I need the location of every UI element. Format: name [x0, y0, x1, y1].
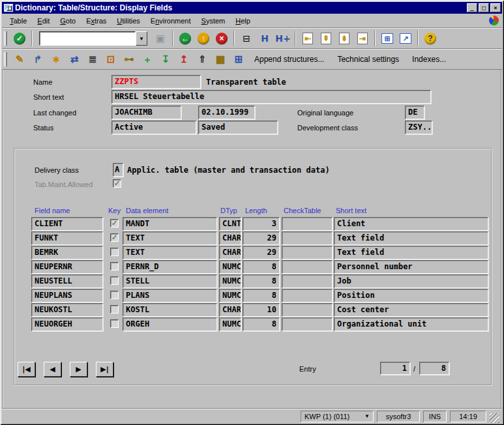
previous-entry-button[interactable]: ◀	[44, 362, 61, 377]
command-dropdown-icon[interactable]: ▼	[136, 31, 147, 46]
dtyp-cell[interactable]: NUMC	[219, 317, 241, 331]
check-table-cell[interactable]	[282, 274, 333, 288]
data-element-cell[interactable]: STELL	[123, 274, 217, 288]
new-session-button[interactable]: ⊞	[379, 30, 396, 47]
menu-item[interactable]: Help	[230, 15, 256, 27]
field-name-cell[interactable]: CLIENT	[31, 217, 103, 231]
key-checkbox[interactable]	[110, 291, 119, 299]
table-grid-button[interactable]: ⊞	[230, 51, 247, 68]
next-entry-button[interactable]: ▶	[70, 362, 87, 377]
find-next-button[interactable]: H+	[274, 30, 291, 47]
dtyp-cell[interactable]: NUMC	[219, 274, 241, 288]
check-table-cell[interactable]	[282, 231, 333, 245]
entry-current-field[interactable]: 1	[380, 362, 410, 375]
check-table-cell[interactable]	[282, 217, 333, 231]
development-class-field[interactable]: ZSY..	[405, 121, 432, 134]
key-checkbox[interactable]	[110, 248, 119, 256]
short-text-cell[interactable]: Personnel number	[334, 260, 488, 274]
check-table-cell[interactable]	[282, 246, 333, 259]
key-checkbox[interactable]	[110, 219, 119, 227]
data-element-cell[interactable]: MANDT	[123, 217, 217, 231]
layers-button[interactable]: ≣	[84, 51, 101, 68]
length-cell[interactable]: 8	[243, 260, 280, 274]
length-cell[interactable]: 8	[243, 274, 280, 288]
last-page-button[interactable]: ⇥	[354, 30, 371, 47]
data-element-cell[interactable]: KOSTL	[123, 303, 217, 317]
key-checkbox[interactable]	[110, 262, 119, 271]
status-field-1[interactable]: Active	[111, 121, 196, 134]
find-button[interactable]: H	[256, 30, 273, 47]
display-change-button[interactable]: ✎	[11, 51, 28, 68]
short-text-cell[interactable]: Client	[334, 217, 488, 231]
field-name-cell[interactable]: BEMRK	[31, 246, 103, 259]
field-name-cell[interactable]: NEUORGEH	[31, 317, 103, 331]
toolbar-drag-handle[interactable]	[4, 52, 7, 66]
length-cell[interactable]: 10	[243, 303, 280, 317]
length-cell[interactable]: 3	[243, 217, 280, 231]
indexes-button[interactable]: Indexes...	[412, 55, 446, 64]
menu-item[interactable]: Utilities	[111, 15, 145, 27]
check-table-cell[interactable]	[282, 317, 333, 331]
check-table-cell[interactable]	[282, 289, 333, 302]
delete-row-button[interactable]: ↥	[175, 51, 192, 68]
menu-item[interactable]: Edit	[32, 15, 55, 27]
help-button[interactable]: ?	[422, 30, 439, 47]
data-element-cell[interactable]: PERNR_D	[123, 260, 217, 274]
field-name-cell[interactable]: NEUPLANS	[31, 289, 103, 302]
short-text-cell[interactable]: Text field	[334, 246, 488, 259]
tab-maint-allowed-checkbox[interactable]	[113, 179, 121, 188]
system-dropdown-icon[interactable]: ▼	[364, 413, 370, 419]
short-text-field[interactable]: HRSEL Steuertabelle	[111, 90, 431, 104]
print-button[interactable]: ⊟	[238, 30, 255, 47]
cancel-button[interactable]: ×	[213, 30, 230, 47]
copy-rows-button[interactable]: ⇑	[194, 51, 211, 68]
dtyp-cell[interactable]: NUMC	[219, 260, 241, 274]
move-field-button[interactable]: ⇄	[66, 51, 83, 68]
technical-settings-button[interactable]: Technical settings	[337, 55, 399, 64]
data-element-cell[interactable]: TEXT	[123, 231, 217, 245]
activate-button[interactable]: ∗	[48, 51, 65, 68]
short-text-cell[interactable]: Organizational unit	[334, 317, 488, 331]
length-cell[interactable]: 8	[243, 317, 280, 331]
dtyp-cell[interactable]: CHAR	[219, 303, 241, 317]
save-button[interactable]: ▣	[152, 30, 169, 47]
data-element-cell[interactable]: ORGEH	[123, 317, 217, 331]
menu-item[interactable]: Environment	[145, 15, 196, 27]
append-structures-button[interactable]: Append structures...	[254, 55, 324, 64]
append-rows-button[interactable]: +	[139, 51, 156, 68]
key-checkbox[interactable]	[110, 319, 119, 328]
entry-total-field[interactable]: 8	[419, 362, 449, 375]
select-blocks-button[interactable]: ▦	[212, 51, 229, 68]
page-up-button[interactable]: ⇞	[318, 30, 334, 47]
key-checkbox[interactable]	[110, 233, 119, 242]
short-text-cell[interactable]: Position	[334, 289, 488, 302]
length-cell[interactable]: 29	[243, 246, 280, 259]
dtyp-cell[interactable]: NUMC	[219, 289, 241, 302]
data-element-cell[interactable]: PLANS	[123, 289, 217, 302]
field-name-cell[interactable]: NEUPERNR	[31, 260, 103, 274]
check-table-cell[interactable]	[282, 303, 333, 317]
last-changed-user-field[interactable]: JOACHIMB	[111, 106, 181, 119]
length-cell[interactable]: 8	[243, 289, 280, 302]
key-checkbox[interactable]	[110, 276, 119, 285]
data-element-cell[interactable]: TEXT	[123, 246, 217, 259]
field-name-cell[interactable]: NEUKOSTL	[31, 303, 103, 317]
where-used-button[interactable]: ↱	[29, 51, 46, 68]
menu-item[interactable]: Table	[5, 15, 32, 27]
command-input[interactable]	[39, 31, 136, 46]
menu-item[interactable]: System	[196, 15, 231, 27]
first-entry-button[interactable]: |◀	[18, 362, 35, 377]
short-text-cell[interactable]: Cost center	[334, 303, 488, 317]
enter-button[interactable]: ✓	[11, 30, 28, 47]
menu-item[interactable]: Extras	[81, 15, 111, 27]
short-text-cell[interactable]: Text field	[334, 231, 488, 245]
field-name-cell[interactable]: NEUSTELL	[31, 274, 103, 288]
insert-row-button[interactable]: ↧	[157, 51, 174, 68]
key-button[interactable]: ⊶	[121, 51, 138, 68]
insert-mode-field[interactable]: INS	[423, 411, 447, 422]
app-icon[interactable]	[4, 4, 13, 12]
dtyp-cell[interactable]: CHAR	[219, 231, 241, 245]
toolbar-drag-handle[interactable]	[4, 31, 7, 46]
key-checkbox[interactable]	[110, 305, 119, 314]
copy-object-button[interactable]: ⊡	[102, 51, 119, 68]
